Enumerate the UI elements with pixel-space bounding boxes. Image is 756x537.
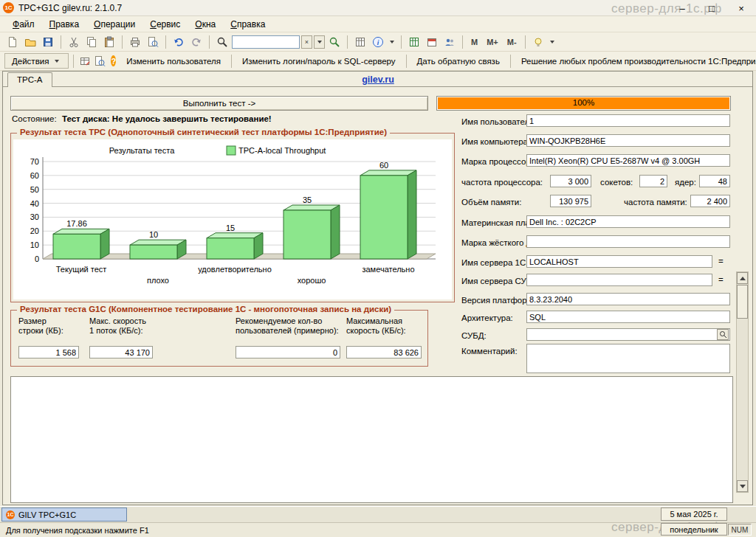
maximize-button[interactable]: □ xyxy=(697,0,726,16)
toolbar-separator xyxy=(401,35,402,49)
svg-text:10: 10 xyxy=(30,240,39,249)
toolbar-separator xyxy=(406,55,407,68)
undo-icon[interactable] xyxy=(171,34,187,50)
search-clear-icon[interactable]: × xyxy=(301,35,312,49)
list-settings-icon[interactable] xyxy=(78,53,92,69)
search-input[interactable] xyxy=(232,35,300,49)
ram-freq-input[interactable] xyxy=(690,195,730,207)
svg-text:хорошо: хорошо xyxy=(298,276,326,285)
cpu-freq-input[interactable] xyxy=(550,175,591,187)
computer-name-input[interactable] xyxy=(526,134,730,147)
minimize-button[interactable]: – xyxy=(667,0,697,16)
save-icon[interactable] xyxy=(40,34,56,50)
g1c-group-title: Результат теста G1C (Компонентное тестир… xyxy=(17,305,394,313)
performance-help-button[interactable]: Решение любых проблем производительности… xyxy=(515,55,756,68)
users-icon[interactable] xyxy=(441,34,458,50)
services-bulb-icon[interactable] xyxy=(530,34,546,50)
calculator-icon[interactable] xyxy=(352,34,368,50)
help-icon[interactable]: ? xyxy=(111,55,116,66)
info-icon[interactable]: i xyxy=(370,34,386,50)
ram-input[interactable] xyxy=(550,195,591,207)
copy-icon[interactable] xyxy=(83,34,100,50)
hdd-input[interactable] xyxy=(526,235,730,248)
motherboard-input[interactable] xyxy=(526,215,730,228)
tpc-bar-chart: Результаты тестаTPC-A-local Throughput01… xyxy=(16,142,452,301)
run-test-button[interactable]: Выполнить тест -> xyxy=(10,96,428,111)
actions-menu-button[interactable]: Действия xyxy=(4,53,69,69)
change-user-button[interactable]: Изменить пользователя xyxy=(120,55,227,68)
menu-service[interactable]: Сервис xyxy=(143,18,187,31)
memory-mplus-button[interactable]: M+ xyxy=(483,36,502,48)
max-speed-input[interactable] xyxy=(346,346,422,358)
scroll-up-icon[interactable] xyxy=(737,272,748,284)
table-icon[interactable] xyxy=(406,34,422,50)
g1c-label-line: Макс. скорость xyxy=(89,316,146,326)
print-icon[interactable] xyxy=(127,34,143,50)
toolbar-separator xyxy=(61,35,61,49)
ram-label: Объём памяти: xyxy=(461,198,521,207)
cores-input[interactable] xyxy=(699,175,730,187)
server-1c-input[interactable] xyxy=(526,255,712,268)
server-db-input[interactable] xyxy=(526,274,712,286)
dbms-label: СУБД: xyxy=(461,331,487,340)
close-button[interactable]: × xyxy=(726,0,756,16)
toolbar-separator xyxy=(510,55,511,68)
new-document-icon[interactable] xyxy=(4,34,21,50)
recommended-users-input[interactable] xyxy=(236,346,340,358)
services-dropdown-icon[interactable] xyxy=(550,41,554,44)
calendar-icon[interactable] xyxy=(424,34,440,50)
memory-mminus-button[interactable]: M- xyxy=(504,36,520,48)
menu-file[interactable]: Файл xyxy=(6,18,41,31)
info-dropdown-icon[interactable] xyxy=(390,41,394,44)
find-in-list-icon[interactable] xyxy=(93,53,106,69)
menu-edit[interactable]: Правка xyxy=(43,18,86,31)
search-go-icon[interactable] xyxy=(326,34,343,50)
g1c-label-line: Максимальная xyxy=(346,316,406,326)
server-1c-equals: = xyxy=(718,257,724,266)
vertical-scrollbar[interactable] xyxy=(736,271,749,493)
svg-text:Результаты теста: Результаты теста xyxy=(109,146,175,155)
svg-text:15: 15 xyxy=(226,224,235,232)
svg-text:35: 35 xyxy=(303,195,312,204)
search-dropdown-icon[interactable] xyxy=(314,35,325,49)
memory-m-button[interactable]: M xyxy=(467,36,481,48)
g1c-field-label: Рекомендуемое кол-во пользователей (прим… xyxy=(236,316,339,336)
user-name-input[interactable] xyxy=(526,114,730,127)
cpu-freq-label: частота процессора: xyxy=(461,178,543,187)
row-size-input[interactable] xyxy=(18,346,79,358)
tpc-result-group: Результат теста TPC (Однопоточный синтет… xyxy=(10,133,455,302)
scroll-down-icon[interactable] xyxy=(737,480,748,492)
paste-icon[interactable] xyxy=(101,34,117,50)
details-list-area[interactable] xyxy=(10,376,733,503)
toolbar-separator xyxy=(73,55,74,68)
redo-icon[interactable] xyxy=(188,34,205,50)
window-tab-icon: 1C xyxy=(6,510,15,519)
feedback-button[interactable]: Дать обратную связь xyxy=(411,55,506,68)
status-weekday: понедельник xyxy=(661,523,727,536)
svg-text:40: 40 xyxy=(30,199,39,208)
menu-help[interactable]: Справка xyxy=(224,18,272,31)
dbms-input[interactable] xyxy=(526,328,730,341)
server-1c-label: Имя сервера 1С: xyxy=(461,258,528,267)
platform-version-input[interactable] xyxy=(526,293,730,305)
g1c-label-line: пользователей (примерно): xyxy=(236,326,339,336)
comment-textarea[interactable] xyxy=(526,344,730,373)
max-speed-1thread-input[interactable] xyxy=(89,346,153,358)
menu-operations[interactable]: Операции xyxy=(87,18,142,31)
gilev-site-link[interactable]: gilev.ru xyxy=(0,75,756,85)
scrollbar-thumb[interactable] xyxy=(737,285,748,319)
print-preview-icon[interactable] xyxy=(145,34,161,50)
change-sql-login-button[interactable]: Изменить логин/пароль к SQL-серверу xyxy=(236,55,402,68)
sockets-input[interactable] xyxy=(639,175,667,187)
dbms-lookup-icon[interactable] xyxy=(717,329,729,340)
svg-text:70: 70 xyxy=(30,157,39,166)
find-icon[interactable] xyxy=(214,34,230,50)
svg-text:TPC-A-local Throughput: TPC-A-local Throughput xyxy=(238,146,326,155)
cpu-input[interactable] xyxy=(526,154,730,167)
g1c-result-group: Результат теста G1C (Компонентное тестир… xyxy=(10,310,428,367)
open-folder-icon[interactable] xyxy=(22,34,38,50)
menu-windows[interactable]: Окна xyxy=(188,18,222,31)
window-tab-gilv[interactable]: 1C GILV TPC+G1C xyxy=(1,507,127,522)
architecture-input[interactable] xyxy=(526,311,730,323)
cut-icon[interactable] xyxy=(66,34,82,50)
